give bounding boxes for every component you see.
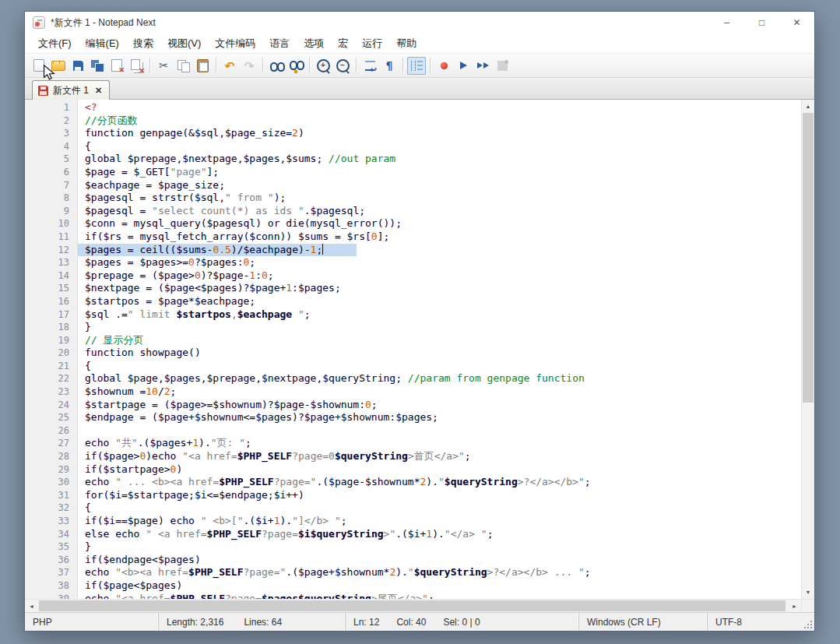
title-bar[interactable]: *新文件 1 - Notepad Next – □ ✕ — [25, 12, 814, 33]
code-line-12[interactable]: $pages = ceil(($sums-0.5)/$eachpage)-1; — [78, 244, 801, 257]
status-cursor-position: Ln: 12 Col: 40 Sel: 0 | 0 — [346, 613, 579, 631]
code-line-24[interactable]: $startpage = ($page>=$shownum)?$page-$sh… — [78, 399, 801, 412]
code-line-25[interactable]: $endpage = ($page+$shownum<=$pages)?$pag… — [78, 411, 801, 424]
menu-item-5[interactable]: 语言 — [262, 33, 297, 54]
code-line-38[interactable]: if($page<$pages) — [78, 579, 801, 593]
new-file-icon[interactable] — [30, 57, 48, 75]
code-line-3[interactable]: function genpage(&$sql,$page_size=2) — [78, 127, 801, 140]
code-line-13[interactable]: $pages = $pages>=0?$pages:0; — [78, 256, 801, 269]
resize-grip[interactable] — [803, 619, 812, 628]
code-line-2[interactable]: //分页函数 — [78, 114, 801, 128]
code-line-37[interactable]: echo "<b><a href=$PHP_SELF?page=".($page… — [78, 566, 801, 579]
code-segment: ; — [341, 515, 347, 526]
line-number-5: 5 — [25, 153, 69, 166]
code-line-33[interactable]: if($i==$page) echo " <b>[".($i+1)."]</b>… — [78, 515, 801, 528]
tab-new-file-1[interactable]: 新文件 1 ✕ — [32, 80, 110, 100]
code-line-34[interactable]: else echo " <a href=$PHP_SELF?page=$i$qu… — [78, 528, 801, 541]
code-line-17[interactable]: $sql .=" limit $startpos,$eachpage "; — [78, 308, 801, 322]
code-line-4[interactable]: { — [78, 140, 801, 153]
indentation-guides-icon[interactable] — [407, 57, 426, 75]
code-line-9[interactable]: $pagesql = "select count(*) as ids ".$pa… — [78, 205, 801, 218]
code-segment: ; — [585, 566, 591, 578]
code-line-16[interactable]: $startpos = $page*$eachpage; — [78, 295, 801, 308]
code-segment: ]; — [207, 166, 220, 178]
run-macro-multiple-icon[interactable] — [473, 57, 492, 75]
code-segment: 1 — [192, 437, 199, 449]
play-macro-icon[interactable] — [454, 57, 473, 75]
close-file-icon[interactable] — [107, 57, 126, 75]
horizontal-scrollbar[interactable]: ◄ ► — [25, 599, 814, 612]
unsaved-floppy-icon — [38, 86, 48, 96]
zoom-out-icon[interactable] — [333, 57, 352, 75]
undo-icon[interactable] — [220, 57, 239, 75]
code-line-18[interactable]: } — [78, 321, 801, 334]
code-line-36[interactable]: if($endpage<$pages) — [78, 554, 801, 567]
vertical-scrollbar[interactable]: ▲ ▼ — [801, 100, 814, 599]
code-line-26[interactable] — [78, 424, 801, 438]
close-button[interactable]: ✕ — [779, 12, 814, 33]
save-file-icon[interactable] — [69, 57, 87, 75]
copy-icon[interactable] — [174, 57, 192, 75]
maximize-button[interactable]: □ — [744, 12, 779, 33]
code-segment: 2 — [292, 127, 298, 139]
code-line-11[interactable]: if($rs = mysql_fetch_array($conn)) $sums… — [78, 231, 801, 244]
code-line-20[interactable]: function showpage() — [78, 347, 801, 360]
code-segment: ?page=0 — [292, 450, 335, 462]
line-number-gutter[interactable]: 1234567891011121314151617181920212223242… — [25, 100, 78, 599]
menu-item-1[interactable]: 编辑(E) — [79, 33, 126, 54]
code-line-23[interactable]: $shownum =10/2; — [78, 385, 801, 399]
menu-item-3[interactable]: 视图(V) — [160, 33, 208, 54]
vertical-scroll-thumb[interactable] — [803, 113, 814, 403]
code-line-29[interactable]: if($startpage>0) — [78, 463, 801, 477]
code-view[interactable]: <?//分页函数function genpage(&$sql,$page_siz… — [78, 100, 801, 599]
code-line-32[interactable]: { — [78, 501, 801, 515]
menu-item-4[interactable]: 文件编码 — [208, 33, 262, 54]
code-line-8[interactable]: $pagesql = strstr($sql," from "); — [78, 192, 801, 205]
code-line-6[interactable]: $page = $_GET["page"]; — [78, 166, 801, 179]
code-line-7[interactable]: $eachpage = $page_size; — [78, 179, 801, 192]
zoom-in-icon[interactable] — [314, 57, 332, 75]
tab-close-icon[interactable]: ✕ — [95, 86, 102, 95]
menu-item-0[interactable]: 文件(F) — [31, 33, 79, 54]
status-bar: PHP Length: 2,316 Lines: 64 Ln: 12 Col: … — [25, 612, 814, 631]
scroll-left-icon[interactable]: ◄ — [25, 600, 38, 612]
app-window: *新文件 1 - Notepad Next – □ ✕ 文件(F)编辑(E)搜索… — [24, 11, 815, 632]
code-segment: ). — [395, 566, 408, 578]
close-all-icon[interactable] — [127, 57, 146, 75]
replace-icon[interactable] — [286, 57, 305, 75]
scroll-right-icon[interactable]: ► — [788, 600, 801, 612]
record-macro-icon[interactable] — [434, 57, 453, 75]
minimize-button[interactable]: – — [709, 12, 744, 33]
word-wrap-icon[interactable] — [360, 57, 379, 75]
code-line-15[interactable]: $nextpage = ($page<$pages)?$page+1:$page… — [78, 282, 801, 295]
code-line-1[interactable]: <? — [78, 101, 801, 114]
code-line-14[interactable]: $prepage = ($page>0)?$page-1:0; — [78, 269, 801, 283]
code-line-31[interactable]: for($i=$startpage;$i<=$endpage;$i++) — [78, 489, 801, 502]
horizontal-scroll-thumb[interactable] — [39, 600, 786, 611]
code-line-5[interactable]: global $prepage,$nextpage,$pages,$sums; … — [78, 153, 801, 166]
show-all-characters-icon[interactable] — [380, 57, 399, 75]
code-line-28[interactable]: if($page>0)echo "<a href=$PHP_SELF?page=… — [78, 450, 801, 463]
find-icon[interactable] — [267, 57, 286, 75]
code-line-27[interactable]: echo "共".($pages+1)."页: "; — [78, 437, 801, 450]
menu-item-9[interactable]: 帮助 — [389, 33, 424, 54]
menu-item-7[interactable]: 宏 — [331, 33, 355, 54]
menu-item-8[interactable]: 运行 — [355, 33, 389, 54]
code-line-22[interactable]: global $page,$pages,$prepage,$nextpage,$… — [78, 372, 801, 385]
cut-icon[interactable] — [154, 57, 173, 75]
menu-item-2[interactable]: 搜索 — [126, 33, 160, 54]
paste-icon[interactable] — [193, 57, 212, 75]
line-number-17: 17 — [25, 308, 69, 322]
code-line-21[interactable]: { — [78, 360, 801, 373]
scroll-down-icon[interactable]: ▼ — [802, 586, 814, 599]
save-all-icon[interactable] — [88, 57, 107, 75]
code-segment: 0 — [195, 269, 201, 281]
open-file-icon[interactable] — [49, 57, 68, 75]
code-line-35[interactable]: } — [78, 540, 801, 554]
scroll-up-icon[interactable]: ▲ — [802, 100, 814, 113]
code-line-30[interactable]: echo " ... <b><a href=$PHP_SELF?page=".(… — [78, 476, 801, 489]
menu-item-6[interactable]: 选项 — [297, 33, 331, 54]
code-line-10[interactable]: $conn = mysql_query($pagesql) or die(mys… — [78, 217, 801, 231]
code-line-39[interactable]: echo "<a href=$PHP_SELF?page=$pages$quer… — [78, 593, 801, 599]
code-line-19[interactable]: // 显示分页 — [78, 334, 801, 347]
